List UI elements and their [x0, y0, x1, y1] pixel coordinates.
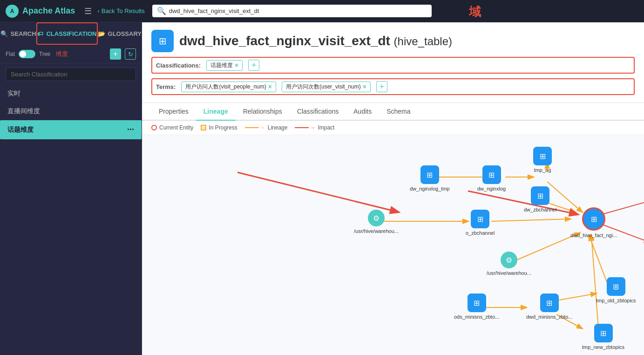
svg-line-17: [237, 172, 398, 212]
sidebar-controls: Flat Tree 维度 + ↻: [0, 45, 142, 64]
terms-label: Terms:: [156, 83, 176, 90]
search-classification-input[interactable]: [6, 68, 136, 81]
global-search-bar[interactable]: 🔍: [152, 5, 432, 17]
add-classification-button[interactable]: +: [110, 48, 121, 60]
remove-classification-icon[interactable]: ×: [235, 61, 238, 69]
sidebar-item-huati[interactable]: 话题维度 ···: [0, 120, 142, 139]
sidebar-tab-search[interactable]: 🔍 SEARCH: [0, 22, 36, 45]
entity-tabs: Properties Lineage Relationships Classif…: [142, 103, 644, 121]
classification-tab-label: CLASSIFICATION: [46, 30, 96, 37]
main-layout: 🔍 SEARCH 🏷 CLASSIFICATION 📂 GLOSSARY Fla…: [0, 22, 644, 355]
svg-line-5: [491, 219, 570, 221]
search-tab-label: SEARCH: [11, 30, 36, 37]
node-ods-minisns[interactable]: ⊞ ods_minisns_zbto...: [454, 294, 499, 320]
entity-header: ⊞ dwd_hive_fact_nginx_visit_ext_dt (hive…: [142, 22, 644, 103]
global-search-input[interactable]: [169, 7, 427, 14]
legend-impact: → Impact: [295, 124, 334, 131]
impact-line-icon: [295, 127, 309, 128]
dwd-minisns-label: dwd_minisns_zbto...: [526, 314, 573, 320]
node-dw-nginxlog-tmp[interactable]: ⊞ dw_nginxlog_tmp: [410, 165, 450, 191]
add-classification-tag-button[interactable]: +: [248, 60, 259, 71]
tab-lineage[interactable]: Lineage: [196, 103, 236, 121]
impact-arrow-icon: →: [310, 124, 315, 131]
domain-label: 域: [469, 4, 481, 20]
hamburger-icon[interactable]: ☰: [84, 6, 92, 16]
usr-hive-2-label: /usr/hive/warehou...: [487, 270, 531, 276]
node-o-zbchannel[interactable]: ⊞ o_zbchannel: [466, 210, 495, 236]
tmp-ng-icon: ⊞: [533, 147, 552, 165]
remove-term1-icon[interactable]: ×: [268, 83, 272, 90]
chinese-dimension-label: 维度: [56, 50, 68, 58]
lineage-line-icon: [245, 127, 259, 128]
top-nav: A Apache Atlas ☰ ‹ Back To Results 🔍 域: [0, 0, 644, 22]
node-tmp-ng[interactable]: ⊞ tmp_ng: [533, 147, 552, 173]
node-center[interactable]: ⊞ dwd_hive_fact_ngi...: [570, 207, 617, 238]
node-dwd-minisns[interactable]: ⊞ dwd_minisns_zbto...: [526, 294, 573, 320]
classification-tag: 话题维度 ×: [206, 60, 243, 71]
entity-icon: ⊞: [151, 30, 174, 52]
term2-tag: 用户访问次数(user_visit_num) ×: [282, 82, 371, 92]
usr-hive-1-label: /usr/hive/warehou...: [354, 228, 399, 234]
node-dw-zbchannel[interactable]: ⊞ dw_zbchannel: [524, 186, 556, 212]
sidebar-item-shishi[interactable]: 实时: [0, 85, 142, 102]
logo-icon: A: [6, 5, 19, 18]
item-dots-icon[interactable]: ···: [127, 125, 134, 135]
node-usr-hive-1[interactable]: ⚙ /usr/hive/warehou...: [354, 210, 399, 234]
tab-relationships[interactable]: Relationships: [236, 103, 290, 121]
dw-zbchannel-icon: ⊞: [531, 186, 549, 205]
glossary-tab-label: GLOSSARY: [108, 30, 142, 37]
tmp-new-zbtopics-label: tmp_new_zbtopics: [582, 344, 624, 350]
legend-in-progress: ⊟ In Progress: [201, 124, 237, 131]
content-area: ⊞ dwd_hive_fact_nginx_visit_ext_dt (hive…: [142, 22, 644, 355]
dw-nginxlog-icon: ⊞: [482, 165, 501, 184]
lineage-arrows-svg: [142, 135, 644, 355]
node-tmp-new-zbtopics[interactable]: ⊞ tmp_new_zbtopics: [582, 324, 624, 350]
tab-schema[interactable]: Schema: [379, 103, 418, 121]
o-zbchannel-icon: ⊞: [471, 210, 489, 228]
add-term-button[interactable]: +: [376, 81, 387, 92]
tmp-new-zbtopics-icon: ⊞: [594, 324, 613, 342]
tmp-ng-label: tmp_ng: [534, 167, 551, 173]
node-usr-hive-2[interactable]: ⚙ /usr/hive/warehou...: [487, 252, 531, 276]
flat-label: Flat: [6, 51, 15, 57]
sidebar-item-zhibo[interactable]: 直播间维度: [0, 102, 142, 120]
classifications-row: Classifications: 话题维度 × +: [156, 60, 259, 71]
node-dw-nginxlog[interactable]: ⊞ dw_nginxlog: [477, 165, 506, 191]
term1-tag: 用户访问人数(visit_people_num) ×: [181, 82, 276, 92]
in-progress-icon: ⊟: [201, 125, 206, 130]
tmp-old-zbtopics-icon: ⊞: [607, 277, 625, 296]
center-node-label: dwd_hive_fact_ngi...: [570, 232, 617, 238]
tab-classifications[interactable]: Classifications: [290, 103, 346, 121]
lineage-canvas: ⊞ tmp_ng ⊞ dw_nginxlog_tmp ⊞ dw_nginxlog…: [142, 135, 644, 355]
tab-audits[interactable]: Audits: [346, 103, 379, 121]
sidebar-tab-classification[interactable]: 🏷 CLASSIFICATION: [36, 22, 97, 45]
dw-zbchannel-label: dw_zbchannel: [524, 207, 556, 212]
search-tab-icon: 🔍: [0, 30, 8, 37]
legend-lineage: → Lineage: [245, 124, 288, 131]
sidebar-tab-glossary[interactable]: 📂 GLOSSARY: [98, 22, 142, 45]
tab-properties[interactable]: Properties: [151, 103, 196, 121]
toggle-knob: [20, 51, 26, 57]
flat-tree-toggle[interactable]: [19, 50, 35, 58]
sidebar-tabs: 🔍 SEARCH 🏷 CLASSIFICATION 📂 GLOSSARY: [0, 22, 142, 45]
refresh-button[interactable]: ↻: [125, 48, 136, 60]
node-tmp-old-zbtopics[interactable]: ⊞ tmp_old_zbtopics: [596, 277, 636, 303]
app-logo: A Apache Atlas: [6, 5, 75, 18]
classifications-label: Classifications:: [156, 62, 201, 69]
dwd-minisns-icon: ⊞: [540, 294, 559, 312]
o-zbchannel-label: o_zbchannel: [466, 230, 495, 236]
dw-nginxlog-label: dw_nginxlog: [477, 186, 506, 191]
classification-search-wrapper: [0, 64, 142, 85]
dw-nginxlog-tmp-label: dw_nginxlog_tmp: [410, 186, 450, 191]
current-entity-icon: [151, 125, 157, 130]
back-button[interactable]: ‹ Back To Results: [97, 7, 144, 14]
dw-nginxlog-tmp-icon: ⊞: [420, 165, 439, 184]
classifications-meta: Classifications: 话题维度 × +: [151, 57, 635, 74]
glossary-tab-icon: 📂: [98, 30, 105, 37]
search-icon: 🔍: [157, 7, 166, 15]
legend-current-entity: Current Entity: [151, 124, 193, 131]
tree-label: Tree: [39, 51, 50, 57]
classification-list: 实时 直播间维度 话题维度 ···: [0, 85, 142, 355]
remove-term2-icon[interactable]: ×: [363, 83, 366, 90]
ods-minisns-label: ods_minisns_zbto...: [454, 314, 499, 320]
